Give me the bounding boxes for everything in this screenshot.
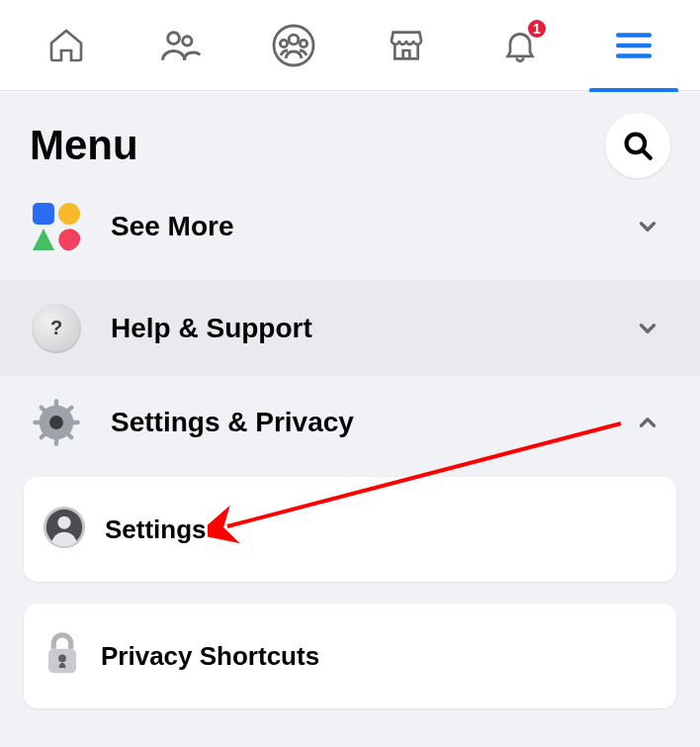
settings-privacy-sublist: Settings Privacy Shortcuts — [0, 469, 700, 708]
svg-line-10 — [644, 151, 651, 158]
svg-point-0 — [168, 32, 180, 44]
nav-friends[interactable] — [131, 0, 229, 91]
groups-icon — [270, 22, 317, 69]
friends-icon — [158, 24, 202, 67]
nav-groups[interactable] — [244, 0, 343, 91]
svg-point-4 — [280, 40, 287, 47]
nav-notifications[interactable]: 1 — [471, 0, 569, 91]
svg-rect-14 — [54, 437, 58, 446]
privacy-shortcuts-label: Privacy Shortcuts — [101, 641, 319, 672]
chevron-down-icon — [635, 316, 660, 341]
svg-rect-16 — [71, 420, 80, 424]
card-settings[interactable]: Settings — [24, 477, 676, 582]
svg-rect-13 — [54, 399, 58, 408]
row-see-more[interactable]: See More — [0, 190, 700, 281]
menu-header: Menu — [0, 91, 700, 190]
card-privacy-shortcuts[interactable]: Privacy Shortcuts — [24, 604, 676, 708]
notification-badge: 1 — [526, 18, 548, 40]
gear-icon — [30, 396, 83, 449]
chevron-down-icon — [635, 214, 660, 239]
svg-point-1 — [183, 36, 192, 45]
menu-title: Menu — [30, 122, 138, 169]
svg-point-24 — [57, 516, 70, 529]
row-settings-privacy[interactable]: Settings & Privacy — [0, 375, 700, 469]
help-support-label: Help & Support — [111, 313, 635, 344]
hamburger-icon — [613, 25, 655, 66]
top-navigation: 1 — [0, 0, 700, 91]
chevron-up-icon — [635, 410, 660, 435]
svg-point-26 — [58, 655, 66, 663]
lock-icon — [42, 631, 83, 681]
svg-rect-15 — [33, 420, 42, 424]
search-button[interactable] — [605, 113, 670, 178]
row-help-support[interactable]: ? Help & Support — [0, 281, 700, 375]
svg-point-5 — [300, 40, 306, 47]
settings-profile-icon — [42, 505, 87, 554]
home-icon — [46, 26, 86, 65]
settings-privacy-label: Settings & Privacy — [111, 407, 635, 438]
menu-panel: Menu See More ? Help & Support — [0, 91, 700, 747]
svg-point-3 — [289, 35, 299, 45]
help-icon: ? — [30, 302, 83, 355]
svg-text:?: ? — [50, 317, 62, 338]
nav-home[interactable] — [17, 0, 116, 91]
see-more-label: See More — [111, 211, 635, 242]
settings-label: Settings — [105, 514, 207, 545]
svg-point-21 — [49, 416, 63, 429]
nav-marketplace[interactable] — [357, 0, 456, 91]
marketplace-icon — [387, 26, 426, 65]
see-more-icon — [30, 200, 83, 253]
nav-menu[interactable] — [584, 0, 683, 91]
search-icon — [621, 129, 655, 162]
